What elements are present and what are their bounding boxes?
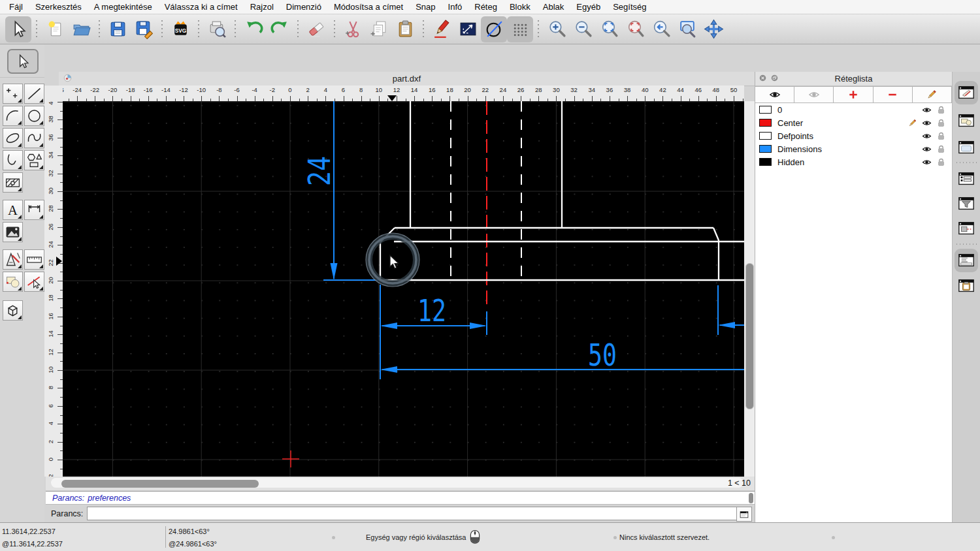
select-tool-button[interactable]: [7, 49, 39, 74]
pan-view-button[interactable]: [700, 16, 727, 42]
delete-tool-button[interactable]: [303, 16, 329, 42]
layer-row[interactable]: Center: [755, 116, 952, 129]
circle-tool-button[interactable]: [24, 106, 44, 126]
layer-color-swatch[interactable]: [759, 119, 772, 127]
layer-lock-toggle[interactable]: [934, 118, 948, 128]
shape-tool-button[interactable]: [24, 150, 44, 170]
layer-visibility-toggle[interactable]: [919, 118, 934, 128]
menu-item-dimenzi-[interactable]: Dimenzió: [286, 2, 321, 12]
layer-color-swatch[interactable]: [759, 132, 772, 140]
layer-color-swatch[interactable]: [759, 106, 772, 114]
new-file-button[interactable]: [42, 16, 68, 42]
menu-item-a-megtekint-se[interactable]: A megtekintése: [94, 2, 152, 12]
line-tool-button[interactable]: [24, 84, 44, 104]
block-tool-button[interactable]: [3, 272, 23, 292]
command-history-scrollbar[interactable]: [749, 493, 753, 503]
menu-item-inf-[interactable]: Infó: [448, 2, 463, 12]
horizontal-scrollbar[interactable]: [61, 480, 259, 488]
entity-select-tool-button[interactable]: [24, 272, 44, 292]
horizontal-scrollbar-track[interactable]: [51, 478, 743, 488]
select-tool-button[interactable]: [5, 16, 31, 42]
layer-lock-toggle[interactable]: [934, 131, 948, 141]
polyline-tool-button[interactable]: [3, 150, 23, 170]
grid-toggle-button[interactable]: [507, 16, 533, 42]
menu-item-seg-ts-g[interactable]: Segítség: [613, 2, 646, 12]
layer-color-swatch[interactable]: [759, 158, 772, 166]
menu-item-egy-b[interactable]: Egyéb: [576, 2, 600, 12]
menu-item-r-teg[interactable]: Réteg: [474, 2, 497, 12]
paste-button[interactable]: [392, 16, 418, 42]
zoom-auto-button[interactable]: [596, 16, 622, 42]
menu-item-rajzol[interactable]: Rajzol: [250, 2, 274, 12]
dock-selection-filter-button[interactable]: [956, 194, 976, 213]
menu-item-v-lassza-ki-a-c-met[interactable]: Válassza ki a címet: [165, 2, 238, 12]
hide-all-layers-button[interactable]: [794, 86, 834, 103]
arc-tool-button[interactable]: [3, 106, 23, 126]
layer-lock-toggle[interactable]: [934, 105, 948, 115]
layer-row[interactable]: 0: [755, 103, 952, 116]
dock-block-list-button[interactable]: [956, 111, 976, 131]
menu-item-blokk[interactable]: Blokk: [510, 2, 531, 12]
zoom-in-button[interactable]: [544, 16, 570, 42]
polyline-tool-button[interactable]: [455, 16, 481, 42]
dim12-text[interactable]: 12: [417, 293, 446, 328]
open-file-button[interactable]: [68, 16, 94, 42]
menu-item-m-dos-tsa-a-c-met[interactable]: Módosítsa a címet: [334, 2, 403, 12]
layer-row[interactable]: Defpoints: [755, 129, 952, 142]
add-layer-button[interactable]: [833, 86, 873, 103]
dim24-text[interactable]: 24: [302, 156, 337, 186]
text-tool-button[interactable]: A: [3, 200, 23, 220]
layer-visibility-toggle[interactable]: [919, 105, 934, 115]
command-input[interactable]: [87, 507, 738, 520]
command-widget-button[interactable]: [736, 507, 752, 522]
menu-item-szerkeszt-s[interactable]: Szerkesztés: [35, 2, 82, 12]
dimension-tool-button[interactable]: [24, 200, 44, 220]
dock-layer-list-button[interactable]: [956, 83, 976, 102]
image-tool-button[interactable]: [3, 222, 23, 242]
zoom-previous-button[interactable]: [648, 16, 674, 42]
hatch-tool-button[interactable]: [3, 172, 23, 193]
layer-row[interactable]: Dimensions: [755, 142, 952, 155]
zoom-window-button[interactable]: [674, 16, 700, 42]
layer-visibility-toggle[interactable]: [919, 144, 934, 154]
remove-layer-button[interactable]: [873, 86, 913, 103]
circle-tool-button[interactable]: [481, 16, 507, 42]
copy-button[interactable]: [366, 16, 392, 42]
dock-library-browser-button[interactable]: [956, 138, 976, 157]
layer-visibility-toggle[interactable]: [919, 131, 934, 141]
menu-item-snap[interactable]: Snap: [416, 2, 435, 12]
modify-tool-button[interactable]: [3, 249, 23, 270]
dock-wall-tools-button[interactable]: [956, 219, 976, 238]
layer-visibility-toggle[interactable]: [919, 157, 934, 167]
save-file-as-button[interactable]: [131, 16, 157, 42]
dim50-text[interactable]: 50: [588, 338, 617, 373]
export-svg-button[interactable]: SVG: [167, 16, 193, 42]
drawing-window-titlebar[interactable]: part.dxf: [59, 72, 755, 86]
dock-command-line-button[interactable]: [956, 251, 976, 270]
menu-item-f-jl[interactable]: Fájl: [9, 2, 23, 12]
ellipse-tool-button[interactable]: [3, 128, 23, 148]
drawing-canvas[interactable]: 24 12 50: [63, 101, 744, 477]
pen-tool-button[interactable]: [429, 16, 455, 42]
edit-layer-button[interactable]: [912, 86, 952, 103]
show-all-layers-button[interactable]: [755, 86, 794, 103]
zoom-selected-button[interactable]: [622, 16, 648, 42]
3d-tool-button[interactable]: [3, 300, 23, 321]
dock-entity-list-button[interactable]: [956, 169, 976, 189]
redo-button[interactable]: [267, 16, 293, 42]
point-tool-button[interactable]: [3, 84, 23, 104]
print-preview-button[interactable]: [204, 16, 230, 42]
layer-lock-toggle[interactable]: [934, 144, 948, 154]
cut-button[interactable]: [340, 16, 366, 42]
measure-tool-button[interactable]: [24, 249, 44, 270]
vertical-scrollbar[interactable]: [745, 263, 754, 409]
undo-button[interactable]: [240, 16, 267, 42]
layer-lock-toggle[interactable]: [934, 157, 948, 167]
spline-tool-button[interactable]: [24, 128, 44, 148]
layer-row[interactable]: Hidden: [755, 155, 952, 168]
save-file-button[interactable]: [105, 16, 131, 42]
dock-clipboard-button[interactable]: [956, 276, 976, 296]
menu-item-ablak[interactable]: Ablak: [543, 2, 564, 12]
zoom-out-button[interactable]: [570, 16, 596, 42]
layer-color-swatch[interactable]: [759, 145, 772, 153]
